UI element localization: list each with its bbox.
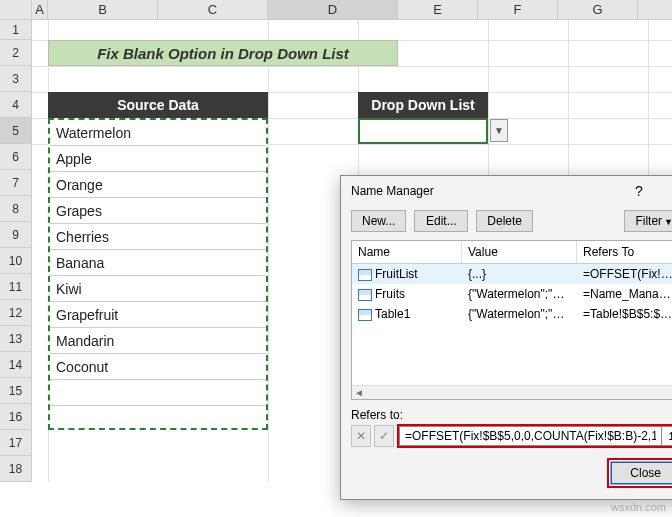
- range-picker-icon[interactable]: ↥: [662, 426, 672, 446]
- list-item[interactable]: Banana: [50, 250, 266, 276]
- row-header-9[interactable]: 9: [0, 222, 31, 248]
- col-value[interactable]: Value: [462, 241, 577, 263]
- row-header-8[interactable]: 8: [0, 196, 31, 222]
- new-button[interactable]: New...: [351, 210, 406, 232]
- col-header-e[interactable]: E: [398, 0, 478, 19]
- col-header-g[interactable]: G: [558, 0, 638, 19]
- row-header-13[interactable]: 13: [0, 326, 31, 352]
- table-icon: [358, 289, 372, 301]
- list-item[interactable]: Apple: [50, 146, 266, 172]
- dialog-help-button[interactable]: ?: [624, 176, 654, 206]
- name-cell: Table1: [375, 307, 410, 321]
- row-header-17[interactable]: 17: [0, 430, 31, 456]
- row-header-2[interactable]: 2: [0, 40, 31, 66]
- row-header-10[interactable]: 10: [0, 248, 31, 274]
- col-header-a[interactable]: A: [32, 0, 48, 19]
- list-item[interactable]: Coconut: [50, 354, 266, 380]
- col-name[interactable]: Name: [352, 241, 462, 263]
- row-header-5[interactable]: 5: [0, 118, 31, 144]
- col-refers[interactable]: Refers To: [577, 241, 672, 263]
- row-header-3[interactable]: 3: [0, 66, 31, 92]
- name-row[interactable]: FruitList {...} =OFFSET(Fix!$B$5...: [352, 264, 672, 284]
- refers-to-highlight: ↥: [397, 424, 672, 448]
- name-row[interactable]: Fruits {"Watermelon";"Ap... =Name_Manage…: [352, 284, 672, 304]
- table-icon: [358, 269, 372, 281]
- row-header-1[interactable]: 1: [0, 20, 31, 40]
- col-header-c[interactable]: C: [158, 0, 268, 19]
- list-item[interactable]: Mandarin: [50, 328, 266, 354]
- list-item[interactable]: [50, 380, 266, 406]
- row-header-7[interactable]: 7: [0, 170, 31, 196]
- name-row[interactable]: Table1 {"Watermelon";"Ap... =Table!$B$5:…: [352, 304, 672, 324]
- delete-button[interactable]: Delete: [476, 210, 533, 232]
- row-header-14[interactable]: 14: [0, 352, 31, 378]
- edit-button[interactable]: Edit...: [414, 210, 468, 232]
- worksheet-grid[interactable]: Fix Blank Option in Drop Down List Sourc…: [32, 20, 672, 482]
- source-data-header: Source Data: [48, 92, 268, 118]
- dialog-title: Name Manager ? ×: [341, 176, 672, 206]
- list-item[interactable]: Orange: [50, 172, 266, 198]
- value-cell: {"Watermelon";"Ap...: [462, 305, 577, 323]
- dialog-footer: Close: [341, 448, 672, 498]
- refers-cell: =OFFSET(Fix!$B$5...: [577, 265, 672, 283]
- row-header-4[interactable]: 4: [0, 92, 31, 118]
- refers-cell: =Name_Manager!$...: [577, 285, 672, 303]
- filter-label: Filter: [635, 214, 662, 228]
- name-cell: Fruits: [375, 287, 405, 301]
- list-item[interactable]: Cherries: [50, 224, 266, 250]
- col-header-b[interactable]: B: [48, 0, 158, 19]
- dropdown-arrow-icon[interactable]: ▼: [490, 119, 508, 142]
- list-item[interactable]: [50, 406, 266, 432]
- accept-edit-button[interactable]: ✓: [374, 425, 394, 447]
- row-header-15[interactable]: 15: [0, 378, 31, 404]
- list-item[interactable]: Grapes: [50, 198, 266, 224]
- chevron-down-icon: ▼: [664, 217, 672, 227]
- refers-cell: =Table!$B$5:$B$15: [577, 305, 672, 323]
- table-icon: [358, 309, 372, 321]
- dropdown-list-header: Drop Down List: [358, 92, 488, 118]
- filter-button[interactable]: Filter▼: [624, 210, 672, 232]
- value-cell: {"Watermelon";"Ap...: [462, 285, 577, 303]
- row-headers: 1 2 3 4 5 6 7 8 9 10 11 12 13 14 15 16 1…: [0, 20, 32, 482]
- row-header-6[interactable]: 6: [0, 144, 31, 170]
- scroll-left-icon[interactable]: ◄: [354, 387, 364, 398]
- horizontal-scrollbar[interactable]: ◄►: [352, 385, 672, 399]
- names-list-header: Name Value Refers To: [352, 241, 672, 264]
- col-header-f[interactable]: F: [478, 0, 558, 19]
- value-cell: {...}: [462, 265, 577, 283]
- dialog-close-icon[interactable]: ×: [660, 176, 672, 206]
- select-all-corner[interactable]: [0, 0, 32, 19]
- dialog-title-text: Name Manager: [351, 184, 434, 198]
- list-item[interactable]: Watermelon: [50, 120, 266, 146]
- row-header-12[interactable]: 12: [0, 300, 31, 326]
- dialog-toolbar: New... Edit... Delete Filter▼: [341, 206, 672, 240]
- name-manager-dialog: Name Manager ? × New... Edit... Delete F…: [340, 175, 672, 500]
- close-highlight: Close: [607, 458, 672, 488]
- source-data-range: Watermelon Apple Orange Grapes Cherries …: [48, 118, 268, 430]
- column-headers: A B C D E F G: [0, 0, 672, 20]
- dropdown-cell[interactable]: [358, 118, 488, 144]
- discard-edit-button[interactable]: ✕: [351, 425, 371, 447]
- close-button[interactable]: Close: [611, 462, 672, 484]
- refers-to-row: ✕ ✓ ↥: [351, 424, 672, 448]
- row-header-11[interactable]: 11: [0, 274, 31, 300]
- row-header-16[interactable]: 16: [0, 404, 31, 430]
- refers-to-input[interactable]: [399, 426, 662, 446]
- title-banner: Fix Blank Option in Drop Down List: [48, 40, 398, 66]
- list-item[interactable]: Kiwi: [50, 276, 266, 302]
- refers-to-label: Refers to:: [351, 408, 672, 422]
- name-cell: FruitList: [375, 267, 418, 281]
- names-list: Name Value Refers To FruitList {...} =OF…: [351, 240, 672, 400]
- row-header-18[interactable]: 18: [0, 456, 31, 482]
- list-item[interactable]: Grapefruit: [50, 302, 266, 328]
- col-header-d[interactable]: D: [268, 0, 398, 19]
- watermark: wsxdn.com: [611, 501, 666, 513]
